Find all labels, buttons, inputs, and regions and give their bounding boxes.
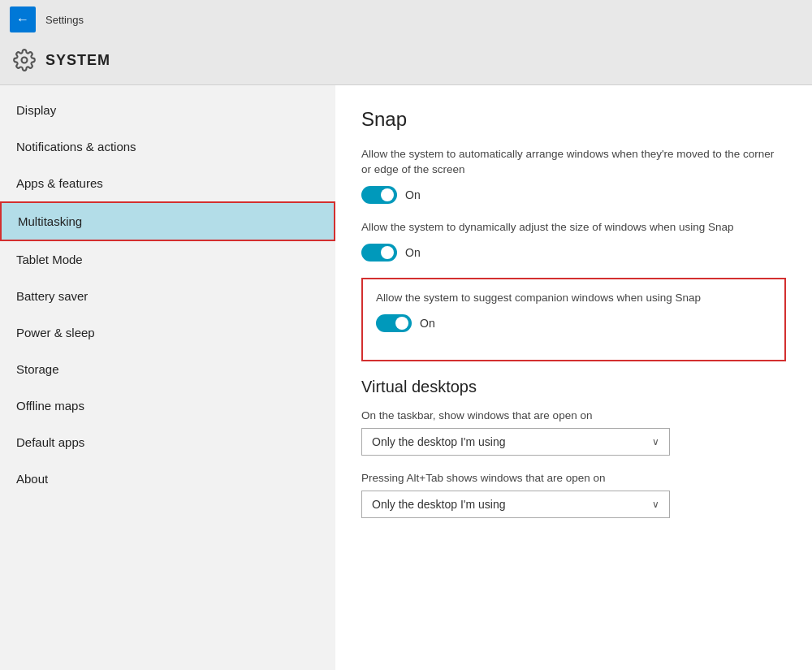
title-bar-text: Settings: [45, 14, 84, 26]
snap-toggle3-row: On: [376, 314, 771, 332]
sidebar-item-power[interactable]: Power & sleep: [0, 314, 335, 351]
sidebar-item-tablet[interactable]: Tablet Mode: [0, 241, 335, 278]
taskbar-dropdown-value: Only the desktop I'm using: [372, 435, 506, 448]
snap-toggle1-row: On: [361, 186, 786, 204]
system-header: SYSTEM: [0, 39, 812, 85]
sidebar-item-storage[interactable]: Storage: [0, 351, 335, 387]
sidebar-item-maps[interactable]: Offline maps: [0, 387, 335, 424]
sidebar-item-defaultapps[interactable]: Default apps: [0, 424, 335, 460]
sidebar-item-apps[interactable]: Apps & features: [0, 165, 335, 201]
snap-toggle1-label: On: [405, 188, 421, 201]
gear-icon: [13, 49, 36, 71]
sidebar-item-about[interactable]: About: [0, 460, 335, 497]
snap-toggle2[interactable]: [361, 244, 397, 262]
main-layout: DisplayNotifications & actionsApps & fea…: [0, 85, 812, 670]
alttab-dropdown[interactable]: Only the desktop I'm using ∨: [361, 491, 670, 518]
taskbar-dropdown-arrow: ∨: [652, 436, 659, 447]
sidebar-item-multitasking[interactable]: Multitasking: [0, 201, 335, 241]
taskbar-dropdown[interactable]: Only the desktop I'm using ∨: [361, 428, 670, 456]
snap-setting3-description: Allow the system to suggest companion wi…: [376, 291, 771, 306]
snap-setting3-highlighted: Allow the system to suggest companion wi…: [361, 278, 786, 361]
snap-toggle1[interactable]: [361, 186, 397, 204]
content-area: Snap Allow the system to automatically a…: [335, 85, 812, 670]
snap-toggle2-row: On: [361, 244, 786, 262]
alttab-dropdown-label: Pressing Alt+Tab shows windows that are …: [361, 472, 786, 484]
sidebar-item-notifications[interactable]: Notifications & actions: [0, 128, 335, 165]
taskbar-dropdown-label: On the taskbar, show windows that are op…: [361, 409, 786, 421]
snap-toggle2-label: On: [405, 246, 421, 259]
system-title: SYSTEM: [45, 52, 110, 69]
sidebar: DisplayNotifications & actionsApps & fea…: [0, 85, 335, 670]
alttab-dropdown-arrow: ∨: [652, 499, 659, 510]
snap-title: Snap: [361, 108, 786, 131]
snap-toggle3-label: On: [420, 317, 435, 330]
back-arrow-icon: ←: [16, 12, 29, 27]
alttab-dropdown-value: Only the desktop I'm using: [372, 498, 506, 511]
virtual-desktops-title: Virtual desktops: [361, 378, 786, 396]
back-button[interactable]: ←: [10, 6, 36, 32]
sidebar-item-display[interactable]: Display: [0, 92, 335, 128]
snap-toggle3[interactable]: [376, 314, 412, 332]
sidebar-item-battery[interactable]: Battery saver: [0, 278, 335, 314]
snap-setting2-description: Allow the system to dynamically adjust t…: [361, 220, 786, 236]
title-bar: ← Settings: [0, 0, 812, 39]
snap-setting1-description: Allow the system to automatically arrang…: [361, 147, 786, 178]
svg-point-0: [22, 58, 28, 63]
